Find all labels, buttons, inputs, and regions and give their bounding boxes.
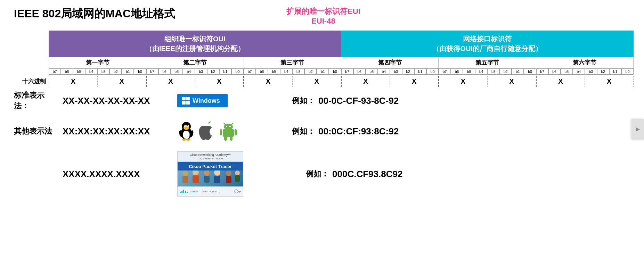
bit-cell-20: b3 — [292, 68, 304, 75]
bit-cell-9: b6 — [158, 68, 171, 75]
cisco-academy-label: Cisco Networking Academy™Cisco learning … — [178, 152, 243, 162]
svg-point-8 — [185, 125, 185, 126]
bit-cell-25: b6 — [353, 68, 366, 75]
svg-rect-31 — [204, 176, 210, 183]
oui-header: 组织唯一标识符OUI （由IEEE的注册管理机构分配） — [49, 31, 341, 57]
header-row: 组织唯一标识符OUI （由IEEE的注册管理机构分配） 网络接口标识符 （由获得… — [49, 31, 634, 57]
bit-cell-34: b5 — [463, 68, 475, 75]
bit-cell-37: b2 — [499, 68, 512, 75]
bit-cell-43: b4 — [573, 68, 585, 75]
hex-label: 十六进制 — [14, 77, 49, 85]
bit-cell-0: b7 — [49, 68, 61, 75]
svg-point-1 — [183, 131, 190, 139]
cisco-logo-bar: cisco Learn more at ... — [178, 186, 243, 196]
bit-cell-6: b1 — [122, 68, 134, 75]
bit-cell-2: b5 — [73, 68, 85, 75]
svg-rect-33 — [214, 176, 220, 183]
eui-title: 扩展的唯一标识符EUI — [286, 6, 360, 17]
bit-cell-21: b2 — [304, 68, 317, 75]
hex-value-9: X — [487, 76, 536, 87]
svg-rect-39 — [238, 191, 241, 192]
svg-point-11 — [182, 139, 186, 141]
example-label-2: 例如： — [292, 126, 315, 136]
svg-rect-29 — [193, 175, 199, 183]
title-row: IEEE 802局域网的MAC地址格式 扩展的唯一标识符EUI EUI-48 — [14, 6, 634, 26]
hex-value-3: X — [195, 76, 243, 87]
svg-rect-35 — [226, 176, 231, 183]
bit-cell-5: b2 — [109, 68, 122, 75]
bit-cell-4: b3 — [97, 68, 109, 75]
byte-label-4: 第四字节 — [341, 57, 438, 68]
hex-cells: XXXXXXXXXXXX — [49, 76, 634, 87]
bit-cell-32: b7 — [439, 68, 451, 75]
windows-icon — [182, 97, 190, 105]
bit-cell-1: b6 — [61, 68, 73, 75]
bit-cell-23: b0 — [329, 68, 341, 75]
bit-cell-31: b0 — [426, 68, 439, 75]
byte-label-5: 第五字节 — [438, 57, 536, 68]
eui-label: 扩展的唯一标识符EUI EUI-48 — [286, 6, 360, 26]
example-label-1: 例如： — [292, 95, 315, 106]
notation-row-cisco: XXXX.XXXX.XXXX Cisco Networking Academy™… — [14, 151, 634, 197]
bit-cell-24: b7 — [341, 68, 353, 75]
svg-point-36 — [235, 170, 240, 175]
svg-point-18 — [224, 124, 233, 130]
bit-cell-14: b1 — [219, 68, 231, 75]
bit-cell-29: b2 — [402, 68, 414, 75]
key-icon — [234, 188, 241, 195]
byte-label-3: 第三字节 — [244, 57, 341, 68]
next-icon: ▶ — [636, 126, 640, 132]
notation-label-1: 标准表示法： — [14, 90, 59, 111]
hex-value-2: X — [146, 76, 195, 87]
svg-point-10 — [185, 127, 188, 129]
example-value-1: 00-0C-CF-93-8C-92 — [318, 95, 399, 106]
bit-cell-7: b0 — [134, 68, 146, 75]
byte-label-6: 第六字节 — [536, 57, 634, 68]
svg-rect-22 — [220, 129, 222, 135]
notation-format-2: XX:XX:XX:XX:XX:XX — [63, 126, 174, 137]
svg-point-28 — [193, 170, 199, 175]
windows-label: Windows — [193, 97, 220, 105]
svg-point-38 — [235, 190, 238, 193]
bit-cell-35: b4 — [475, 68, 487, 75]
bottom-section: 标准表示法： XX-XX-XX-XX-XX-XX Windows 例如： 00-… — [14, 90, 634, 206]
next-button[interactable]: ▶ — [631, 119, 644, 140]
svg-point-12 — [186, 139, 190, 141]
linux-icon: GNU/Linux — [177, 121, 195, 142]
bit-cell-26: b5 — [366, 68, 378, 75]
svg-point-6 — [185, 125, 186, 126]
bits-row: b7b6b5b4b3b2b1b0b7b6b5b4b3b2b1b0b7b6b5b4… — [49, 68, 634, 75]
people-silhouettes — [178, 170, 243, 186]
example-value-2: 00:0C:CF:93:8C:92 — [318, 126, 399, 137]
bit-cell-41: b6 — [548, 68, 561, 75]
notation-format-1: XX-XX-XX-XX-XX-XX — [63, 95, 174, 106]
bit-cell-36: b3 — [487, 68, 499, 75]
svg-point-30 — [204, 170, 210, 176]
android-icon — [220, 122, 237, 141]
bit-cell-38: b1 — [512, 68, 524, 75]
example-label-3: 例如： — [306, 169, 329, 179]
apple-icon — [199, 121, 216, 141]
bit-cell-8: b7 — [146, 68, 158, 75]
nic-line1: 网络接口标识符 — [341, 34, 634, 44]
svg-rect-37 — [235, 175, 240, 182]
bit-cell-44: b3 — [585, 68, 597, 75]
svg-point-26 — [182, 170, 188, 176]
bit-cell-39: b0 — [524, 68, 536, 75]
svg-point-20 — [229, 126, 231, 127]
notation-format-3: XXXX.XXXX.XXXX — [63, 169, 174, 180]
svg-point-34 — [226, 170, 231, 176]
svg-point-9 — [188, 125, 188, 126]
eui-sub: EUI-48 — [286, 17, 360, 26]
bit-cell-27: b4 — [378, 68, 390, 75]
oui-line2: （由IEEE的注册管理机构分配） — [49, 44, 341, 53]
bit-cell-19: b4 — [280, 68, 292, 75]
bit-cell-13: b2 — [207, 68, 219, 75]
mac-diagram: 组织唯一标识符OUI （由IEEE的注册管理机构分配） 网络接口标识符 （由获得… — [14, 31, 634, 87]
bit-cell-33: b6 — [451, 68, 463, 75]
svg-rect-21 — [223, 129, 234, 137]
cisco-packet-tracer-image: Cisco Networking Academy™Cisco learning … — [177, 151, 243, 197]
bit-cell-42: b5 — [561, 68, 573, 75]
bit-cell-30: b1 — [414, 68, 426, 75]
windows-button: Windows — [177, 94, 228, 107]
